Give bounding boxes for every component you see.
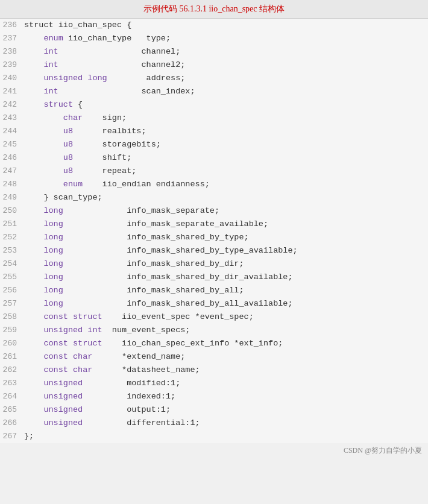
line-number: 244 xyxy=(0,125,23,138)
code-line: 240 unsigned long address; xyxy=(0,72,428,85)
code-line: 264 unsigned indexed:1; xyxy=(0,390,428,403)
footer: CSDN @努力自学的小夏 xyxy=(0,443,428,458)
line-number: 253 xyxy=(0,244,23,257)
code-line: 249 } scan_type; xyxy=(0,191,428,204)
line-number: 254 xyxy=(0,257,23,271)
code-line: 265 unsigned output:1; xyxy=(0,403,428,417)
code-line: 266 unsigned differential:1; xyxy=(0,417,428,430)
line-content: int channel2; xyxy=(23,58,428,72)
line-content: const char *extend_name; xyxy=(23,350,428,364)
code-line: 251 long info_mask_separate_available; xyxy=(0,218,428,231)
code-line: 259 unsigned int num_event_specs; xyxy=(0,324,428,337)
line-content: long info_mask_shared_by_all; xyxy=(23,284,428,297)
code-line: 243 char sign; xyxy=(0,112,428,125)
line-number: 250 xyxy=(0,204,23,218)
code-line: 256 long info_mask_shared_by_all; xyxy=(0,284,428,297)
line-content: char sign; xyxy=(23,112,428,125)
line-content: long info_mask_separate; xyxy=(23,204,428,218)
line-content: unsigned output:1; xyxy=(23,403,428,417)
line-number: 260 xyxy=(0,337,23,350)
line-number: 241 xyxy=(0,85,23,98)
line-number: 267 xyxy=(0,430,23,443)
line-content: long info_mask_shared_by_dir_available; xyxy=(23,271,428,284)
line-content: long info_mask_shared_by_dir; xyxy=(23,257,428,271)
code-line: 241 int scan_index; xyxy=(0,85,428,98)
line-content: unsigned long address; xyxy=(23,72,428,85)
code-line: 246 u8 shift; xyxy=(0,151,428,165)
code-line: 255 long info_mask_shared_by_dir_availab… xyxy=(0,271,428,284)
code-line: 248 enum iio_endian endianness; xyxy=(0,178,428,191)
line-number: 236 xyxy=(0,19,23,32)
line-number: 256 xyxy=(0,284,23,297)
line-number: 265 xyxy=(0,403,23,417)
code-line: 239 int channel2; xyxy=(0,58,428,72)
line-content: u8 repeat; xyxy=(23,165,428,178)
line-number: 251 xyxy=(0,218,23,231)
line-content: enum iio_endian endianness; xyxy=(23,178,428,191)
line-number: 264 xyxy=(0,390,23,403)
line-content: unsigned int num_event_specs; xyxy=(23,324,428,337)
line-number: 262 xyxy=(0,364,23,377)
line-number: 252 xyxy=(0,231,23,244)
line-number: 246 xyxy=(0,151,23,165)
line-number: 243 xyxy=(0,112,23,125)
line-content: struct { xyxy=(23,98,428,112)
line-content: const struct iio_chan_spec_ext_info *ext… xyxy=(23,337,428,350)
code-line: 245 u8 storagebits; xyxy=(0,138,428,151)
line-number: 258 xyxy=(0,310,23,324)
title-text: 示例代码 56.1.3.1 iio_chan_spec 结构体 xyxy=(143,4,285,13)
line-number: 245 xyxy=(0,138,23,151)
line-content: long info_mask_shared_by_type_available; xyxy=(23,244,428,257)
line-number: 263 xyxy=(0,377,23,390)
line-content: struct iio_chan_spec { xyxy=(23,19,428,32)
line-number: 249 xyxy=(0,191,23,204)
code-line: 253 long info_mask_shared_by_type_availa… xyxy=(0,244,428,257)
line-content: u8 storagebits; xyxy=(23,138,428,151)
code-line: 238 int channel; xyxy=(0,45,428,58)
title-bar: 示例代码 56.1.3.1 iio_chan_spec 结构体 xyxy=(0,0,428,19)
line-content: int scan_index; xyxy=(23,85,428,98)
code-line: 252 long info_mask_shared_by_type; xyxy=(0,231,428,244)
code-line: 242 struct { xyxy=(0,98,428,112)
code-line: 250 long info_mask_separate; xyxy=(0,204,428,218)
line-content: enum iio_chan_type type; xyxy=(23,32,428,45)
code-line: 262 const char *datasheet_name; xyxy=(0,364,428,377)
code-line: 260 const struct iio_chan_spec_ext_info … xyxy=(0,337,428,350)
code-container: 236struct iio_chan_spec {237 enum iio_ch… xyxy=(0,19,428,443)
line-number: 257 xyxy=(0,297,23,310)
line-content: u8 shift; xyxy=(23,151,428,165)
line-content: }; xyxy=(23,430,428,443)
line-content: long info_mask_shared_by_type; xyxy=(23,231,428,244)
line-content: int channel; xyxy=(23,45,428,58)
line-number: 242 xyxy=(0,98,23,112)
line-content: const char *datasheet_name; xyxy=(23,364,428,377)
code-line: 261 const char *extend_name; xyxy=(0,350,428,364)
line-number: 237 xyxy=(0,32,23,45)
code-line: 244 u8 realbits; xyxy=(0,125,428,138)
line-number: 238 xyxy=(0,45,23,58)
line-content: unsigned differential:1; xyxy=(23,417,428,430)
line-number: 248 xyxy=(0,178,23,191)
line-content: } scan_type; xyxy=(23,191,428,204)
code-line: 247 u8 repeat; xyxy=(0,165,428,178)
code-line: 263 unsigned modified:1; xyxy=(0,377,428,390)
code-line: 236struct iio_chan_spec { xyxy=(0,19,428,32)
code-line: 237 enum iio_chan_type type; xyxy=(0,32,428,45)
line-number: 255 xyxy=(0,271,23,284)
line-content: u8 realbits; xyxy=(23,125,428,138)
line-content: unsigned indexed:1; xyxy=(23,390,428,403)
line-number: 261 xyxy=(0,350,23,364)
code-line: 267}; xyxy=(0,430,428,443)
line-number: 247 xyxy=(0,165,23,178)
line-number: 240 xyxy=(0,72,23,85)
line-content: const struct iio_event_spec *event_spec; xyxy=(23,310,428,324)
line-number: 266 xyxy=(0,417,23,430)
line-content: unsigned modified:1; xyxy=(23,377,428,390)
line-content: long info_mask_shared_by_all_available; xyxy=(23,297,428,310)
line-number: 239 xyxy=(0,58,23,72)
code-line: 254 long info_mask_shared_by_dir; xyxy=(0,257,428,271)
line-content: long info_mask_separate_available; xyxy=(23,218,428,231)
code-line: 257 long info_mask_shared_by_all_availab… xyxy=(0,297,428,310)
line-number: 259 xyxy=(0,324,23,337)
code-line: 258 const struct iio_event_spec *event_s… xyxy=(0,310,428,324)
